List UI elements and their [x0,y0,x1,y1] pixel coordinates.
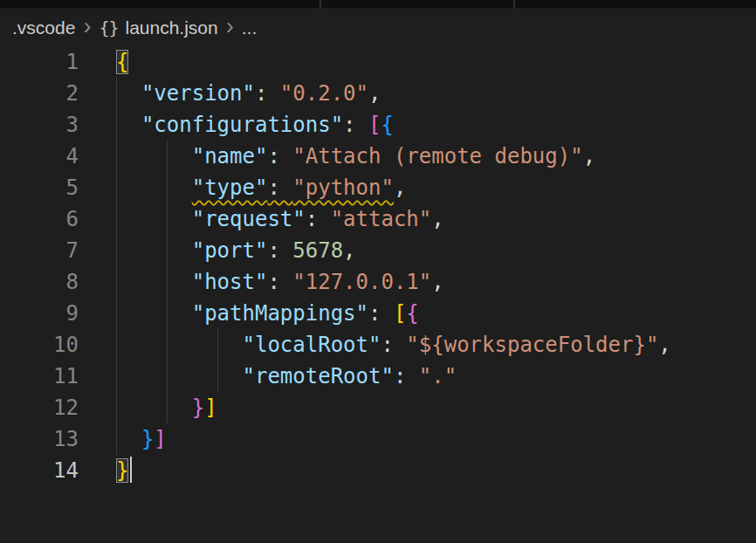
breadcrumb-label: .vscode [12,17,75,38]
code-line-9[interactable]: 9 "pathMappings": [{ [0,298,756,329]
code-line-1[interactable]: 1{ [0,46,756,78]
code-token: "request" [192,207,306,231]
code-token: "attach" [331,207,432,231]
code-token: : [343,113,368,137]
indent-guide [167,141,168,172]
line-number: 14 [0,455,79,486]
code-line-content: "version": "0.2.0", [116,78,381,109]
line-number: 5 [0,172,79,203]
code-line-12[interactable]: 12 }] [0,392,756,423]
code-token: "127.0.0.1" [292,270,431,294]
code-line-3[interactable]: 3 "configurations": [{ [0,109,756,141]
indent-guide [116,266,117,298]
line-number: 10 [0,329,79,361]
code-line-10[interactable]: 10 "localRoot": "${workspaceFolder}", [0,329,756,361]
indent-guide [167,361,168,392]
code-token: "${workspaceFolder}" [406,333,658,357]
indent-guide [167,203,168,235]
code-token: { [381,113,393,137]
code-line-content: "localRoot": "${workspaceFolder}", [116,329,671,361]
text-cursor [130,457,132,483]
code-token: ] [204,395,216,420]
code-line-content: }] [116,392,217,423]
code-line-7[interactable]: 7 "port": 5678, [0,235,756,266]
code-token: , [583,144,595,168]
code-token: "Attach (remote debug)" [292,144,582,168]
tab-separator [320,0,321,9]
code-token: [ [368,113,381,137]
tab-bar-strip [0,0,756,9]
code-token: } [116,458,128,483]
code-token: : [267,175,292,200]
code-line-content: "pathMappings": [{ [116,298,419,329]
indent-guide [116,329,117,361]
indent-guide [116,423,117,455]
chevron-right-icon: › [75,17,99,35]
line-number: 7 [0,235,79,266]
code-token: { [406,301,418,326]
code-line-8[interactable]: 8 "host": "127.0.0.1", [0,266,756,298]
code-line-2[interactable]: 2 "version": "0.2.0", [0,78,756,109]
code-token [116,81,141,106]
breadcrumb-symbol-ellipsis[interactable]: ... [242,17,258,38]
breadcrumb-folder-vscode[interactable]: .vscode [12,17,75,38]
line-number: 2 [0,78,79,109]
chevron-right-icon: › [218,17,242,35]
code-token: "version" [141,81,255,106]
code-token [116,364,243,388]
code-token: "configurations" [141,113,343,137]
code-line-content: }] [116,423,167,455]
code-line-content: { [116,46,128,78]
code-token: "host" [192,270,268,294]
code-token: "name" [192,144,268,168]
indent-guide [167,392,168,423]
code-token [116,207,192,231]
breadcrumb-file-launch-json[interactable]: {}launch.json [99,17,217,38]
indent-guide [116,141,117,172]
code-token: "0.2.0" [280,81,368,106]
code-token: "python" [292,175,394,200]
tab-separator [513,0,515,9]
indent-guide [116,361,117,392]
code-token [116,333,243,357]
code-line-content: "type": "python", [116,172,406,203]
code-line-content: "port": 5678, [116,235,356,266]
code-line-14[interactable]: 14} [0,455,756,486]
code-line-6[interactable]: 6 "request": "attach", [0,203,756,235]
code-token: , [658,333,670,357]
indent-guide [167,235,168,266]
code-token [116,238,192,263]
code-editor[interactable]: 1{2 "version": "0.2.0",3 "configurations… [0,46,756,486]
code-token: : [368,301,394,326]
code-line-content: "configurations": [{ [116,109,394,141]
indent-guide [116,298,117,329]
code-token: "localRoot" [243,333,381,357]
code-token: "type" [192,175,268,200]
indent-guide [116,78,117,109]
line-number: 3 [0,109,79,141]
code-token: 5678 [292,238,343,263]
code-line-content: "request": "attach", [116,203,444,235]
indent-guide [116,109,117,141]
code-line-4[interactable]: 4 "name": "Attach (remote debug)", [0,141,756,172]
code-token: "port" [192,238,268,263]
code-line-13[interactable]: 13 }] [0,423,756,455]
code-token: "." [419,364,457,388]
code-token [116,427,141,451]
line-number: 11 [0,361,79,392]
json-file-icon: {} [99,17,118,38]
code-line-content: "name": "Attach (remote debug)", [116,141,595,172]
line-number: 1 [0,46,79,78]
code-line-content: } [116,455,132,486]
line-number: 12 [0,392,79,423]
code-token: , [431,270,443,294]
code-line-content: "host": "127.0.0.1", [116,266,444,298]
code-token: : [267,144,292,168]
code-line-11[interactable]: 11 "remoteRoot": "." [0,361,756,392]
indent-guide [167,172,168,203]
code-token: ] [154,427,166,451]
code-token: : [255,81,280,106]
breadcrumb: .vscode›{}launch.json›... [0,9,756,46]
code-token: , [343,238,355,263]
code-line-5[interactable]: 5 "type": "python", [0,172,756,203]
